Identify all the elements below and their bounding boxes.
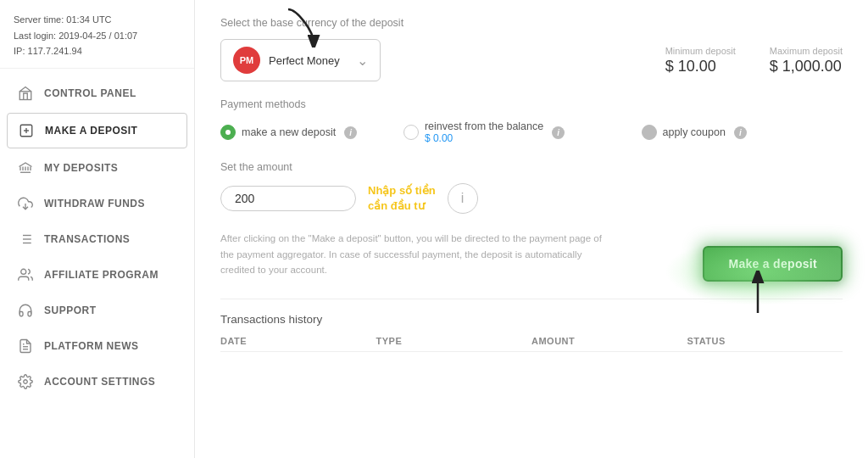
sidebar-label-account-settings: ACCOUNT SETTINGS bbox=[44, 376, 155, 388]
make-deposit-button[interactable]: Make a deposit bbox=[703, 246, 843, 282]
svg-point-17 bbox=[21, 269, 26, 274]
sidebar-item-control-panel[interactable]: CONTROL PANEL bbox=[0, 75, 194, 111]
info-icon-apply-coupon[interactable]: i bbox=[734, 126, 747, 139]
min-deposit-value: $ 10.00 bbox=[665, 58, 736, 75]
svg-rect-0 bbox=[19, 92, 31, 100]
sidebar-item-withdraw-funds[interactable]: WITHDRAW FUNDS bbox=[0, 186, 194, 221]
payment-label-reinvest: reinvest from the balance bbox=[425, 120, 543, 132]
payment-label-apply-coupon: apply coupon bbox=[663, 126, 726, 138]
table-header-date: DATE bbox=[220, 336, 376, 346]
make-deposit-icon bbox=[18, 122, 35, 139]
server-info: Server time: 01:34 UTC Last login: 2019-… bbox=[0, 0, 194, 69]
radio-new-deposit bbox=[220, 125, 236, 140]
server-time-value: 01:34 UTC bbox=[66, 14, 111, 25]
currency-name: Perfect Money bbox=[269, 54, 340, 67]
sidebar-label-transactions: TRANSACTIONS bbox=[44, 233, 130, 245]
max-deposit-label: Maximum deposit bbox=[770, 46, 843, 56]
table-header-amount: AMOUNT bbox=[531, 336, 687, 346]
info-icon-reinvest[interactable]: i bbox=[552, 126, 565, 139]
withdraw-funds-icon bbox=[17, 195, 34, 212]
ip-value: 117.7.241.94 bbox=[28, 46, 82, 56]
my-deposits-icon bbox=[17, 159, 34, 176]
control-panel-icon bbox=[17, 85, 34, 102]
amount-input[interactable] bbox=[235, 192, 303, 205]
ip-label: IP: bbox=[14, 46, 25, 56]
sidebar-item-platform-news[interactable]: PLATFORM NEWS bbox=[0, 328, 194, 364]
amount-input-wrap[interactable] bbox=[220, 186, 356, 211]
sidebar-nav: CONTROL PANEL MAKE A DEPOSIT MY DEPOSITS… bbox=[0, 69, 194, 458]
support-icon bbox=[17, 302, 34, 319]
table-header-type: TYPE bbox=[376, 336, 532, 346]
payment-option-reinvest[interactable]: reinvest from the balance $ 0.00 i bbox=[403, 120, 642, 144]
currency-selector[interactable]: PM Perfect Money ⌄ bbox=[220, 39, 381, 81]
transactions-icon bbox=[17, 231, 34, 248]
payment-label-new-deposit: make a new deposit bbox=[242, 126, 336, 138]
sidebar-item-affiliate[interactable]: AFFILIATE PROGRAM bbox=[0, 257, 194, 293]
pm-logo: PM bbox=[233, 47, 260, 74]
deposit-limits: Minimum deposit $ 10.00 Maximum deposit … bbox=[665, 46, 843, 75]
server-time-label: Server time: bbox=[14, 14, 64, 25]
transactions-table-header: DATE TYPE AMOUNT STATUS bbox=[220, 336, 843, 352]
max-deposit-value: $ 1,000.00 bbox=[770, 58, 843, 75]
payment-option-apply-coupon[interactable]: apply coupon i bbox=[642, 125, 843, 140]
max-deposit-block: Maximum deposit $ 1,000.00 bbox=[770, 46, 843, 75]
radio-apply-coupon bbox=[642, 125, 657, 140]
transactions-section: Transactions history DATE TYPE AMOUNT ST… bbox=[220, 299, 843, 352]
deposit-description: After clicking on the "Make a deposit" b… bbox=[220, 231, 610, 277]
amount-section-label: Set the amount bbox=[220, 161, 843, 173]
svg-point-20 bbox=[24, 380, 28, 384]
sidebar-label-my-deposits: MY DEPOSITS bbox=[44, 162, 118, 174]
last-login-value: 2019-04-25 / 01:07 bbox=[58, 31, 137, 41]
min-deposit-block: Minimum deposit $ 10.00 bbox=[665, 46, 736, 75]
sidebar-item-support[interactable]: SUPPORT bbox=[0, 293, 194, 328]
amount-annotation: Nhập số tiềncần đầu tư bbox=[368, 183, 436, 214]
sidebar-item-my-deposits[interactable]: MY DEPOSITS bbox=[0, 150, 194, 186]
min-deposit-label: Minimum deposit bbox=[665, 46, 736, 56]
reinvest-balance: $ 0.00 bbox=[425, 132, 543, 144]
currency-row: PM Perfect Money ⌄ Minimum deposit bbox=[220, 39, 843, 81]
radio-reinvest bbox=[403, 125, 419, 140]
last-login-label: Last login: bbox=[14, 31, 56, 41]
make-deposit-btn-wrap: Make a deposit bbox=[703, 246, 843, 282]
amount-section: Set the amount Nhập số tiềncần đầu tư i bbox=[220, 161, 843, 214]
sidebar-item-transactions[interactable]: TRANSACTIONS bbox=[0, 221, 194, 257]
currency-section-label: Select the base currency of the deposit bbox=[220, 17, 843, 29]
sidebar: Server time: 01:34 UTC Last login: 2019-… bbox=[0, 0, 195, 458]
sidebar-label-control-panel: CONTROL PANEL bbox=[44, 87, 136, 99]
currency-chevron-icon: ⌄ bbox=[357, 53, 368, 69]
amount-row: Nhập số tiềncần đầu tư i bbox=[220, 183, 843, 214]
main-panel: Select the base currency of the deposit … bbox=[195, 0, 868, 458]
sidebar-item-account-settings[interactable]: ACCOUNT SETTINGS bbox=[0, 364, 194, 399]
platform-news-icon bbox=[17, 338, 34, 355]
sidebar-label-platform-news: PLATFORM NEWS bbox=[44, 340, 139, 352]
payment-option-new-deposit[interactable]: make a new deposit i bbox=[220, 125, 403, 140]
info-icon-new-deposit[interactable]: i bbox=[344, 126, 357, 139]
transactions-title: Transactions history bbox=[220, 313, 843, 326]
sidebar-label-affiliate: AFFILIATE PROGRAM bbox=[44, 269, 159, 281]
affiliate-icon bbox=[17, 266, 34, 283]
sidebar-label-withdraw-funds: WITHDRAW FUNDS bbox=[44, 198, 145, 209]
table-header-status: STATUS bbox=[687, 336, 843, 346]
main-content: Select the base currency of the deposit … bbox=[195, 0, 868, 458]
payment-methods-row: make a new deposit i reinvest from the b… bbox=[220, 120, 843, 144]
info-circle-button[interactable]: i bbox=[448, 183, 478, 214]
sidebar-label-make-deposit: MAKE A DEPOSIT bbox=[45, 125, 137, 137]
sidebar-label-support: SUPPORT bbox=[44, 304, 97, 316]
sidebar-item-make-deposit[interactable]: MAKE A DEPOSIT bbox=[7, 113, 187, 148]
payment-methods-section: Payment methods make a new deposit i rei… bbox=[220, 98, 843, 144]
payment-methods-label: Payment methods bbox=[220, 98, 843, 110]
account-settings-icon bbox=[17, 373, 34, 390]
